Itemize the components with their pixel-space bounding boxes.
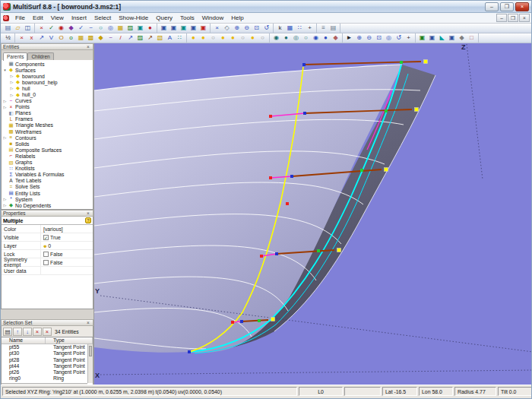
ruled-surface-tool-button[interactable]: ▧	[155, 33, 165, 43]
tree-item-components[interactable]: ▦Components	[2, 61, 93, 67]
property-value[interactable]: ●0	[41, 243, 93, 249]
vis-wireframe-button[interactable]: ◎	[291, 33, 301, 43]
measure-button[interactable]: ≡	[318, 24, 328, 33]
expander-icon[interactable]: ▷	[2, 203, 8, 207]
tangent-line-5-point-red[interactable]	[231, 321, 234, 324]
tree-item-variables-formulas[interactable]: ΣVariables & Formulas	[2, 172, 93, 178]
open-file-button[interactable]: ▱	[13, 24, 23, 33]
free-point-blue[interactable]	[188, 350, 191, 353]
tab-children[interactable]: Children	[27, 52, 53, 60]
tree-item-composite-surfaces[interactable]: ▤Composite Surfaces	[2, 147, 93, 153]
zoom-in-view-button[interactable]: ⊕	[354, 33, 364, 43]
vis-hidden-button[interactable]: ○	[301, 33, 311, 43]
table-row[interactable]: pt30Tangent Point	[2, 350, 93, 356]
remove-selected-button[interactable]: ×	[33, 328, 42, 336]
tree-item-surfaces[interactable]: ▾◆Surfaces	[2, 67, 93, 73]
tree-item-contours[interactable]: ▷≡Contours	[2, 135, 93, 141]
vis-options-button[interactable]: ◆	[331, 33, 340, 43]
bead-tool-button[interactable]: o	[66, 33, 76, 43]
ring-tool-button[interactable]: O	[56, 33, 66, 43]
menu-file[interactable]: File	[11, 14, 29, 22]
tangent-line-4-point-red[interactable]	[260, 255, 263, 258]
tree-item-solve-sets[interactable]: =Solve Sets	[2, 184, 93, 190]
point-tool-button[interactable]: ×	[17, 33, 27, 43]
error-list-button[interactable]: ●	[145, 24, 155, 33]
tree-item-entity-lists[interactable]: ▤Entity Lists	[2, 190, 93, 196]
menu-window[interactable]: Window	[198, 14, 227, 22]
vis-render-button[interactable]: ●	[321, 33, 331, 43]
viewport-canvas[interactable]: ZYX	[94, 43, 532, 386]
table-row[interactable]: pt26Tangent Point	[2, 369, 93, 375]
tree-item-relabels[interactable]: ⌐Relabels	[2, 153, 93, 159]
tangent-line-tool-button[interactable]: ↗	[145, 33, 155, 43]
tangent-line-2-point-green[interactable]	[385, 109, 388, 112]
show-children-button[interactable]: ●	[248, 33, 258, 43]
tree-item-no-dependents[interactable]: ▷◆No Dependents	[2, 202, 93, 208]
vis-curvature-button[interactable]: ◉	[311, 33, 321, 43]
select-button[interactable]: ×	[212, 24, 222, 33]
expander-icon[interactable]: ▾	[2, 68, 8, 72]
help-bulb-icon[interactable]: ?	[85, 217, 91, 223]
tree-item-bowround[interactable]: ▷◆bowround	[2, 73, 93, 79]
checkbox-icon[interactable]	[43, 260, 49, 265]
frame-button[interactable]: ▣	[135, 24, 145, 33]
tree-item-bowround-help[interactable]: ▷◆bowround_help	[2, 79, 93, 85]
expander-icon[interactable]: ▷	[9, 93, 14, 97]
grid-snap-button[interactable]: ▦	[285, 24, 295, 33]
tree-item-frames[interactable]: LFrames	[2, 116, 93, 122]
vector-tool-button[interactable]: ↗	[36, 33, 46, 43]
pan-view-button[interactable]: +	[404, 33, 413, 43]
tree-item-hull[interactable]: ▷◆hull	[2, 85, 93, 91]
zoom-in-button[interactable]: ⊕	[232, 24, 242, 33]
hide-parents-button[interactable]: ○	[238, 33, 248, 43]
zoom-window-button[interactable]: ⊡	[374, 33, 384, 43]
display-hybrid-button[interactable]: ◣	[437, 33, 447, 43]
move-down-button[interactable]: ↓	[23, 328, 32, 336]
menu-help[interactable]: Help	[227, 14, 247, 22]
zoom-out-view-button[interactable]: ⊖	[364, 33, 374, 43]
snake-tool-button[interactable]: ~	[106, 33, 116, 43]
property-value[interactable]: ✓True	[41, 235, 93, 240]
tree-item-curves[interactable]: ▷~Curves	[2, 98, 93, 104]
tree-item-system[interactable]: ▷*System	[2, 196, 93, 202]
display-gray-button[interactable]: ◆	[457, 33, 467, 43]
mdi-minimize-button[interactable]: –	[496, 14, 507, 22]
new-window-button[interactable]: ▣	[159, 24, 169, 33]
viewport-3d[interactable]: ZYX	[94, 43, 531, 385]
display-shaded-button[interactable]: ▣	[417, 33, 427, 43]
edit-entity-button[interactable]: ✓	[46, 24, 56, 33]
side-view-button[interactable]: ▣	[179, 24, 188, 33]
plan-view-button[interactable]: ▣	[188, 24, 198, 33]
check-model-button[interactable]: ✓	[76, 24, 86, 33]
tangent-line-2-point-red[interactable]	[269, 115, 272, 118]
crosshair-button[interactable]: +	[305, 24, 315, 33]
property-value[interactable]: False	[41, 252, 93, 257]
tangent-line-3-point-yellow[interactable]	[385, 168, 388, 172]
table-row[interactable]: pt44Tangent Point	[2, 363, 93, 369]
label-tool-button[interactable]: A	[165, 33, 175, 43]
notes-button[interactable]: ▤	[328, 24, 338, 33]
bspline-tool-button[interactable]: ▦	[76, 33, 86, 43]
display-options-button[interactable]: □	[467, 33, 477, 43]
close-button[interactable]: ×	[515, 2, 529, 11]
show-parents-button[interactable]: ●	[228, 33, 238, 43]
tab-parents[interactable]: Parents	[3, 52, 27, 61]
tree-item-triangle-meshes[interactable]: ▦Triangle Meshes	[2, 122, 93, 128]
hide-selected-button[interactable]: ●	[218, 33, 228, 43]
cspline-tool-button[interactable]: ▩	[86, 33, 96, 43]
expander-icon[interactable]: ▷	[2, 197, 8, 201]
free-point-red[interactable]	[286, 202, 289, 205]
tangent-point-tool-button[interactable]: x	[27, 33, 36, 43]
nearest-snap-button[interactable]: k	[275, 24, 285, 33]
menu-edit[interactable]: Edit	[29, 14, 47, 22]
expander-icon[interactable]: ▷	[2, 135, 8, 140]
deselect-all-button[interactable]: ◇	[222, 24, 232, 33]
tree-item-planes[interactable]: ◧Planes	[2, 110, 93, 116]
tangent-line-4-point-yellow[interactable]	[337, 249, 341, 252]
display-wire-button[interactable]: ▣	[427, 33, 437, 43]
checkbox-icon[interactable]	[43, 252, 49, 257]
clear-set-button[interactable]: ×	[43, 328, 52, 336]
scale-half-button[interactable]: ½	[3, 33, 13, 43]
expander-icon[interactable]: ▷	[9, 80, 14, 84]
expander-icon[interactable]: ▷	[2, 105, 8, 109]
